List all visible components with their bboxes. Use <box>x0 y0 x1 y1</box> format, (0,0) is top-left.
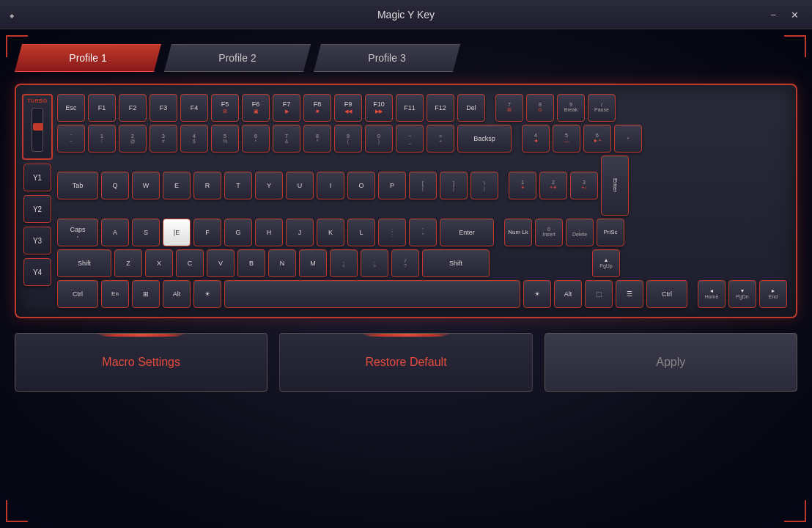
close-button[interactable]: ✕ <box>786 7 803 21</box>
key-f8[interactable]: F8 ■ <box>303 94 331 122</box>
key-lctrl[interactable]: Ctrl <box>57 280 98 308</box>
key-w[interactable]: W <box>132 172 160 199</box>
key-m[interactable]: M <box>299 249 327 277</box>
turbo-slider[interactable] <box>32 108 43 152</box>
key-u[interactable]: U <box>286 172 314 199</box>
key-num5[interactable]: 5 — <box>553 125 580 153</box>
key-0[interactable]: 0 ) <box>365 125 393 153</box>
key-f12[interactable]: F12 <box>427 94 454 122</box>
key-semicolon[interactable]: ; : <box>378 219 406 246</box>
key-num-slash[interactable]: / Pause <box>588 94 616 122</box>
key-tab[interactable]: Tab <box>57 172 98 199</box>
key-p[interactable]: P <box>378 172 406 199</box>
key-num9[interactable]: 9 Break <box>557 94 585 122</box>
key-num1[interactable]: 1 ☀ <box>509 172 536 199</box>
key-f5[interactable]: F5 ⊞ <box>211 94 239 122</box>
key-f2[interactable]: F2 <box>119 94 147 122</box>
key-num2[interactable]: 2 +☀ <box>539 172 567 199</box>
macro-settings-button[interactable]: Macro Settings <box>15 333 267 392</box>
key-pgup[interactable]: ▲ PgUp <box>592 249 620 277</box>
restore-default-button[interactable]: Restore Default <box>279 333 532 392</box>
key-h[interactable]: H <box>255 219 283 246</box>
key-t[interactable]: T <box>224 172 252 199</box>
key-backtick[interactable]: ` ~ <box>57 125 85 153</box>
key-backspace[interactable]: Backsp <box>457 125 512 153</box>
key-g[interactable]: G <box>224 219 252 246</box>
key-s[interactable]: S <box>132 219 160 246</box>
key-1[interactable]: 1 ! <box>88 125 116 153</box>
key-comma[interactable]: , < <box>330 249 358 277</box>
key-ralt[interactable]: Alt <box>554 280 582 308</box>
key-n[interactable]: N <box>268 249 296 277</box>
minimize-button[interactable]: − <box>766 7 780 21</box>
key-f10[interactable]: F10 ▶▶ <box>365 94 393 122</box>
profile-tab-3[interactable]: Profile 3 <box>314 44 460 72</box>
key-prisc[interactable]: PriSc <box>597 219 624 246</box>
key-lshift[interactable]: Shift <box>57 249 111 277</box>
key-num0[interactable]: 0 Insert <box>535 219 563 246</box>
key-enter[interactable]: Enter <box>440 219 494 246</box>
key-r[interactable]: R <box>193 172 221 199</box>
y1-key[interactable]: Y1 <box>23 164 51 191</box>
key-win[interactable]: ⊞ <box>132 280 160 308</box>
key-f11[interactable]: F11 <box>396 94 424 122</box>
key-v[interactable]: V <box>207 249 235 277</box>
key-esc[interactable]: Esc <box>57 94 85 122</box>
key-numlk[interactable]: Num Lk <box>504 219 532 246</box>
key-a[interactable]: A <box>101 219 129 246</box>
key-6[interactable]: 6 ^ <box>242 125 270 153</box>
key-y[interactable]: Y <box>255 172 283 199</box>
key-rctrl[interactable]: Ctrl <box>646 280 687 308</box>
y2-key[interactable]: Y2 <box>23 195 51 223</box>
key-quote[interactable]: ' " <box>409 219 437 246</box>
key-num-star[interactable]: * <box>614 125 642 153</box>
y3-key[interactable]: Y3 <box>23 227 51 254</box>
key-7[interactable]: 7 & <box>273 125 300 153</box>
key-fn[interactable]: En <box>101 280 129 308</box>
key-e[interactable]: E <box>163 172 191 199</box>
key-num4[interactable]: 4 ◄ <box>522 125 550 153</box>
key-o[interactable]: O <box>347 172 375 199</box>
key-home[interactable]: ◄ Home <box>698 280 726 308</box>
key-j[interactable]: J <box>286 219 314 246</box>
key-rbracket[interactable]: ] } <box>440 172 468 199</box>
key-minus[interactable]: − _ <box>396 125 424 153</box>
key-pgdn[interactable]: ▼ PgDn <box>728 280 756 308</box>
key-f1[interactable]: F1 <box>88 94 116 122</box>
key-space[interactable] <box>224 280 520 308</box>
key-menu[interactable]: ☰ <box>616 280 643 308</box>
key-5[interactable]: 5 % <box>211 125 239 153</box>
key-end[interactable]: ► End <box>759 280 787 308</box>
key-caps[interactable]: Caps • <box>57 219 98 246</box>
apply-button[interactable]: Apply <box>545 333 797 392</box>
key-backslash[interactable]: \ | <box>470 172 498 199</box>
key-8[interactable]: 8 * <box>303 125 331 153</box>
key-4[interactable]: 4 $ <box>180 125 208 153</box>
key-x[interactable]: X <box>145 249 173 277</box>
profile-tab-1[interactable]: Profile 1 <box>15 44 161 72</box>
key-del[interactable]: Del <box>457 94 485 122</box>
key-f9[interactable]: F9 ◀◀ <box>334 94 362 122</box>
key-period[interactable]: . > <box>361 249 388 277</box>
key-num7[interactable]: 7 ⊞ <box>495 94 523 122</box>
key-print[interactable]: ⬚ <box>585 280 613 308</box>
key-c[interactable]: C <box>176 249 204 277</box>
key-9[interactable]: 9 ( <box>334 125 362 153</box>
key-q[interactable]: Q <box>101 172 129 199</box>
key-equals[interactable]: = + <box>427 125 454 153</box>
key-d[interactable]: |E <box>163 219 191 246</box>
key-f3[interactable]: F3 <box>150 94 177 122</box>
key-k[interactable]: K <box>317 219 344 246</box>
key-f7[interactable]: F7 ▶ <box>273 94 300 122</box>
key-b[interactable]: B <box>237 249 265 277</box>
key-numdot[interactable]: . Delete <box>566 219 594 246</box>
key-3[interactable]: 3 # <box>150 125 177 153</box>
y4-key[interactable]: Y4 <box>23 258 51 286</box>
key-brightness-dn[interactable]: ☀ <box>193 280 221 308</box>
profile-tab-2[interactable]: Profile 2 <box>164 44 311 72</box>
key-lbracket[interactable]: [ { <box>409 172 437 199</box>
key-num8[interactable]: 8 ⊙ <box>526 94 554 122</box>
key-numpad-enter[interactable]: Enter <box>601 155 629 216</box>
key-num3[interactable]: 3 +♪ <box>570 172 598 199</box>
key-lalt[interactable]: Alt <box>163 280 191 308</box>
